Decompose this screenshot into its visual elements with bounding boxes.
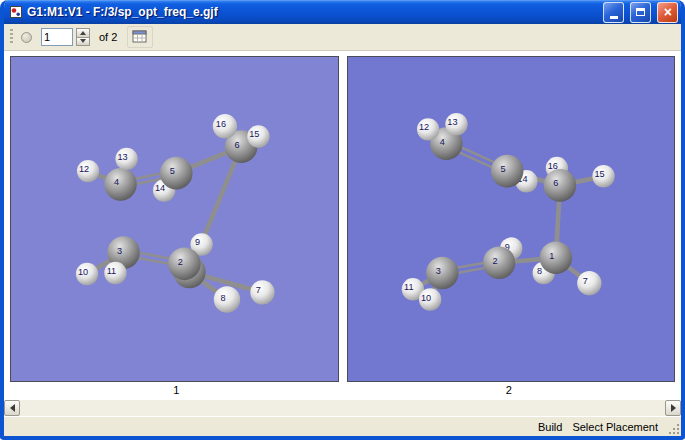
- toolbar-grip[interactable]: [10, 29, 13, 45]
- animation-indicator[interactable]: [21, 32, 32, 43]
- atom-label-3: 3: [435, 266, 440, 276]
- molecule-panel-1[interactable]: 61615413121451310119278: [10, 56, 339, 382]
- panel-label-1: 1: [10, 382, 343, 399]
- close-button[interactable]: ×: [657, 2, 678, 23]
- atom-label-8: 8: [537, 266, 542, 276]
- molecule-canvas-2[interactable]: 41312145166159311102817: [348, 57, 675, 381]
- frame-table-icon: [132, 30, 148, 44]
- atom-label-5: 5: [170, 166, 175, 176]
- atom-label-6: 6: [235, 140, 240, 150]
- atom-label-13: 13: [447, 117, 457, 127]
- atom-label-6: 6: [553, 178, 558, 188]
- maximize-button[interactable]: [630, 2, 651, 23]
- atom-4[interactable]: [104, 168, 136, 201]
- scroll-right-button[interactable]: [665, 400, 681, 416]
- atom-label-4: 4: [439, 137, 444, 147]
- atom-label-13: 13: [117, 152, 127, 162]
- atom-7[interactable]: [577, 271, 601, 295]
- scroll-left-arrow-icon: [6, 404, 15, 412]
- atom-label-2: 2: [492, 256, 497, 266]
- atom-label-14: 14: [155, 183, 165, 193]
- atom-label-16: 16: [216, 119, 226, 129]
- molecule-panel-2[interactable]: 41312145166159311102817: [347, 56, 676, 382]
- atom-label-8: 8: [220, 292, 225, 302]
- statusbar: Build Select Placement: [4, 416, 681, 436]
- atom-label-1: 1: [549, 251, 554, 261]
- maximize-icon: [636, 8, 645, 16]
- atom-label-10: 10: [78, 267, 88, 277]
- spin-up-icon: [80, 28, 86, 35]
- atom-label-3: 3: [117, 246, 122, 256]
- resize-grip[interactable]: [667, 422, 680, 435]
- frame-list-button[interactable]: [127, 26, 153, 48]
- titlebar[interactable]: G1:M1:V1 - F:/3/sp_opt_freq_e.gjf ×: [4, 0, 681, 24]
- atom-2[interactable]: [482, 247, 514, 280]
- atom-label-10: 10: [421, 292, 431, 302]
- atom-3[interactable]: [426, 257, 458, 290]
- scroll-left-button[interactable]: [4, 400, 20, 416]
- atom-label-11: 11: [404, 282, 413, 292]
- minimize-icon: [610, 16, 618, 19]
- atom-label-11: 11: [107, 266, 116, 276]
- main-view-area: 61615413121451310119278 4131214516615931…: [4, 51, 681, 399]
- atom-label-12: 12: [418, 122, 428, 132]
- close-icon: ×: [663, 5, 671, 19]
- spin-down-icon: [80, 39, 86, 46]
- window-icon: [9, 5, 23, 19]
- window-title: G1:M1:V1 - F:/3/sp_opt_freq_e.gjf: [27, 5, 597, 19]
- scroll-track[interactable]: [20, 400, 665, 416]
- atom-label-15: 15: [594, 169, 604, 179]
- atom-label-7: 7: [582, 276, 587, 286]
- atom-label-2: 2: [178, 257, 183, 267]
- toolbar: of 2: [4, 24, 681, 51]
- scroll-right-arrow-icon: [671, 404, 680, 412]
- atom-6[interactable]: [543, 169, 575, 202]
- status-select-placement: Select Placement: [567, 419, 663, 435]
- atom-label-9: 9: [195, 237, 200, 247]
- atom-5[interactable]: [160, 157, 192, 190]
- atom-label-12: 12: [79, 164, 89, 174]
- minimize-button[interactable]: [603, 2, 624, 23]
- panel-label-2: 2: [343, 382, 676, 399]
- atom-8[interactable]: [214, 286, 240, 312]
- frame-number-input[interactable]: [41, 28, 73, 46]
- frame-total-label: of 2: [99, 31, 117, 43]
- atom-5[interactable]: [490, 155, 522, 188]
- frame-spin-down-button[interactable]: [76, 37, 90, 47]
- horizontal-scrollbar: [4, 399, 681, 416]
- atom-7[interactable]: [250, 280, 274, 304]
- molecule-canvas-1[interactable]: 61615413121451310119278: [11, 57, 338, 381]
- gaussview-window: G1:M1:V1 - F:/3/sp_opt_freq_e.gjf × of 2: [0, 0, 685, 440]
- atom-label-4: 4: [114, 177, 119, 187]
- status-build: Build: [533, 419, 567, 435]
- atom-label-5: 5: [500, 164, 505, 174]
- atom-label-15: 15: [249, 129, 259, 139]
- atom-1[interactable]: [539, 241, 571, 274]
- atom-2[interactable]: [168, 248, 200, 281]
- frame-stepper: [76, 28, 90, 46]
- atom-label-7: 7: [256, 285, 261, 295]
